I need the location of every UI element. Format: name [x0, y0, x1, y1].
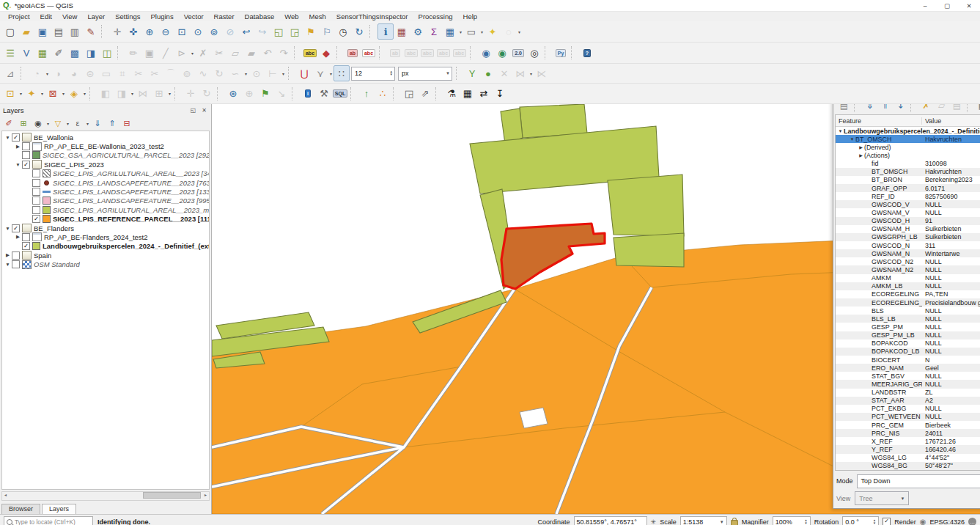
layer-checkbox[interactable]	[12, 260, 20, 268]
identify-attribute-row[interactable]: PCT_EKBGNULL	[836, 405, 980, 413]
zoom-to-layer-icon[interactable]: ⊚	[206, 23, 222, 40]
layer-labeling-icon[interactable]: abc	[302, 45, 318, 61]
open-attribute-table-icon-caret[interactable]: ▾	[458, 29, 463, 34]
crs-indicator[interactable]: EPSG:4326	[929, 518, 965, 525]
identify-attribute-row[interactable]: GRAF_OPP6.0171	[836, 184, 980, 192]
identify-attribute-row[interactable]: BIOCERTN	[836, 356, 980, 364]
deselect-all-icon[interactable]: ⊠	[45, 86, 61, 102]
identify-attribute-row[interactable]: BT_OMSCHHakvruchten	[836, 168, 980, 176]
menu-layer[interactable]: Layer	[82, 12, 110, 21]
expander-icon[interactable]: ▼	[849, 137, 855, 142]
manage-map-themes-icon-caret[interactable]: ▾	[45, 121, 51, 126]
identify-attribute-row[interactable]: BOPAKCOD_LBNULL	[836, 348, 980, 356]
identify-attribute-row[interactable]: GWSCOD_N311	[836, 241, 980, 249]
deselect-all-icon-caret[interactable]: ▾	[61, 91, 66, 96]
menu-help[interactable]: Help	[458, 12, 483, 21]
identify-attribute-row[interactable]: GWSNAM_NWintertarwe	[836, 249, 980, 257]
add-group-icon[interactable]: ⊞	[16, 117, 31, 131]
identify-attribute-row[interactable]: GWSCOD_N2NULL	[836, 257, 980, 265]
identify-attribute-row[interactable]: GWSCOD_H91	[836, 217, 980, 225]
points-tool-icon[interactable]: ∴	[375, 86, 391, 102]
layers-horizontal-scrollbar[interactable]: ◂ ▸	[1, 491, 210, 501]
layer-tree-row[interactable]: SIGEC_LPIS_LANDSCAPEFEATURE__2023 [13392…	[2, 187, 209, 196]
measure-icon-caret[interactable]: ▾	[479, 29, 485, 34]
layer-tree-row[interactable]: ✓Landbouwgebruikspercelen_2024_-_Definit…	[2, 242, 209, 251]
metasearch-icon[interactable]: ◉	[478, 45, 494, 61]
topological-editing-icon[interactable]: ●	[480, 65, 496, 81]
expander-icon[interactable]: ▶	[858, 144, 864, 150]
layer-tree-row[interactable]: SIGEC_LPIS_AGRILULTURAL_AREAL__2023 [341…	[2, 169, 209, 178]
scroll-right-icon[interactable]: ▸	[202, 492, 209, 499]
zoom-in-icon[interactable]: ⊕	[141, 23, 158, 40]
layer-checkbox[interactable]: ✓	[22, 242, 30, 250]
menu-web[interactable]: Web	[279, 12, 303, 21]
identify-attribute-row[interactable]: STAT_AARA2	[836, 397, 980, 405]
identify-mode-select[interactable]: Top Down ▼	[857, 474, 980, 488]
self-snapping-icon-caret[interactable]: ▾	[528, 71, 534, 76]
menu-project[interactable]: Project	[3, 12, 35, 21]
spinner-arrows-icon[interactable]: ▲▼	[873, 519, 876, 525]
sql-query-icon[interactable]: SQL	[332, 86, 348, 102]
open-project-icon[interactable]: ▰	[18, 23, 34, 40]
expand-all-icon[interactable]: ⇓	[90, 117, 105, 131]
layer-tree-row[interactable]: SIGEC_LPIS_AGRILULTURAL_AREAL__2023_mod …	[2, 205, 209, 214]
identify-attribute-row[interactable]: STAT_BGVNULL	[836, 372, 980, 380]
close-button[interactable]: ✕	[958, 0, 980, 11]
identify-attribute-row[interactable]: GWSCOD_VNULL	[836, 200, 980, 208]
info-circle-icon[interactable]: i	[300, 86, 316, 102]
identify-attribute-row[interactable]: GESP_PMNULL	[836, 323, 980, 331]
identify-attribute-row[interactable]: X_REF176721.26	[836, 437, 980, 445]
new-print-layout-icon[interactable]: ▤	[51, 23, 67, 40]
identify-attribute-row[interactable]: LANDBSTRZL	[836, 389, 980, 397]
select-by-location-icon-caret[interactable]: ▾	[82, 91, 87, 96]
expander-icon[interactable]: ▶	[14, 234, 22, 240]
refresh-map-icon[interactable]: ↻	[351, 23, 367, 40]
snapping-options-icon[interactable]: ∷	[334, 65, 350, 81]
expander-icon[interactable]: ▶	[858, 153, 864, 158]
menu-processing[interactable]: Processing	[413, 12, 458, 21]
new-3d-map-view-icon[interactable]: ◲	[287, 23, 303, 40]
identify-attribute-row[interactable]: BT_BRONBerekening2023	[836, 176, 980, 184]
coordinate-input[interactable]: 50.81559°, 4.76571°	[574, 516, 647, 525]
panel-close-icon[interactable]: ✕	[200, 107, 208, 114]
identify-attribute-row[interactable]: WGS84_LG4°44'52"	[836, 454, 980, 462]
trim-extend-icon-caret[interactable]: ▾	[281, 71, 286, 76]
panel-float-icon[interactable]: ◱	[189, 107, 197, 114]
style-manager-icon[interactable]: ✎	[83, 23, 99, 40]
raster-select-icon[interactable]: ▦	[460, 86, 476, 102]
layer-tree-row[interactable]: ▼OSM Standard	[2, 260, 209, 268]
layer-checkbox[interactable]	[12, 252, 20, 260]
magnifier-spinner[interactable]: 100% ▲▼	[773, 516, 811, 525]
temporal-controller-icon[interactable]: ◷	[335, 23, 351, 40]
layer-tree-row[interactable]: ▼✓BE_Wallonia	[2, 133, 209, 142]
identify-mode-icon[interactable]: ◩	[975, 104, 980, 113]
python-console-icon[interactable]: Py	[553, 45, 569, 61]
map-preview-icon[interactable]: ◲	[401, 86, 417, 102]
identify-attribute-row[interactable]: ECOREGELING_LBPrecisielandbouw gps/RTK-g…	[836, 298, 980, 306]
identify-derived-row[interactable]: ▶(Derived)	[836, 143, 980, 151]
layer-tree-row[interactable]: SIGEC_LPIS_LANDSCAPEFEATURE__2023 [9958]	[2, 197, 209, 205]
zoom-out-icon[interactable]: ⊖	[158, 23, 174, 40]
identify-attribute-row[interactable]: GWSNAM_VNULL	[836, 208, 980, 216]
identify-attribute-row[interactable]: BLSNULL	[836, 306, 980, 315]
snapping-tolerance-input[interactable]: 12▲▼	[351, 67, 395, 81]
multi-edit-icon-caret[interactable]: ▾	[130, 91, 135, 96]
new-map-view-icon[interactable]: ◱	[270, 23, 287, 40]
layer-tree-row[interactable]: ▶RP_AP_BE-Flanders_2024_test2	[2, 232, 209, 241]
manage-map-themes-icon[interactable]: ◉	[31, 117, 45, 131]
render-checkbox[interactable]: ✓	[883, 518, 891, 525]
filter-by-expression-icon-caret[interactable]: ▾	[85, 121, 90, 126]
data-source-manager-icon[interactable]: ☰	[2, 45, 18, 61]
identify-attribute-row[interactable]: AMKM_LBNULL	[836, 282, 980, 290]
identify-attribute-row[interactable]: BLS_LBNULL	[836, 315, 980, 323]
show-sum-icon[interactable]: Σ	[426, 23, 442, 40]
messages-icon[interactable]: …	[968, 518, 976, 525]
menu-settings[interactable]: Settings	[110, 12, 145, 21]
identify-attribute-row[interactable]: PRC_GEMBierbeek	[836, 421, 980, 429]
scrollbar-thumb[interactable]	[143, 492, 201, 499]
layer-tree-row[interactable]: SIGEC_GSA_AGRICULTURAL_PARCEL__2023 [292…	[2, 151, 209, 160]
layer-tree-row[interactable]: ✓SIGEC_LPIS_REFERENCE_PARCEL__2023 [1110…	[2, 215, 209, 224]
new-bookmark-icon[interactable]: ⚑	[303, 23, 319, 40]
layout-manager-icon[interactable]: ▥	[67, 23, 83, 40]
menu-database[interactable]: Database	[240, 12, 280, 21]
